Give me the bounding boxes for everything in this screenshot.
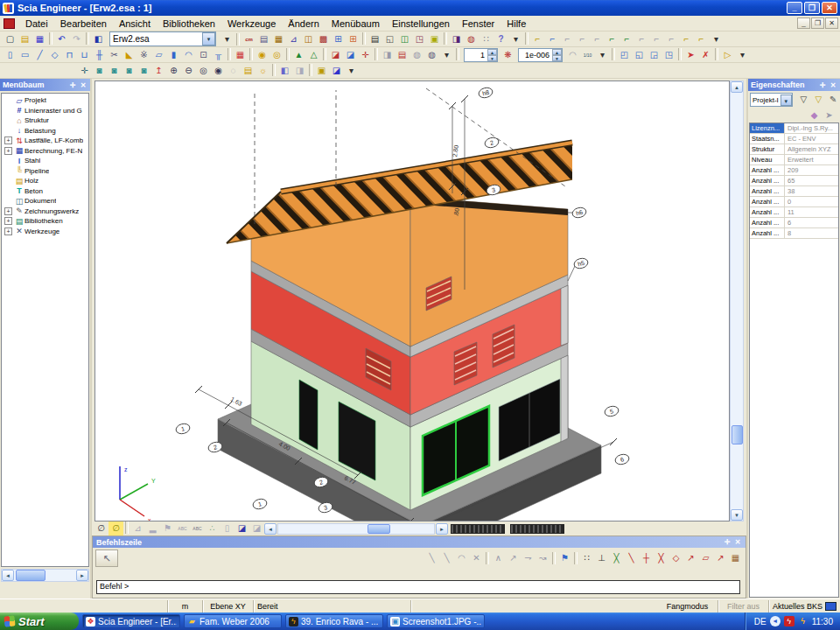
scatter-icon[interactable]: ∴ — [205, 522, 220, 536]
tree-item-dokument[interactable]: ◫Dokument — [4, 196, 88, 206]
view-save-icon[interactable]: ◨ — [292, 64, 307, 78]
animation-progress-bar-1[interactable] — [451, 524, 505, 534]
gallery-icon[interactable]: ◫ — [397, 32, 412, 46]
property-row[interactable]: Anzahl ...6 — [750, 218, 838, 228]
raise-icon[interactable]: ↥ — [151, 64, 166, 78]
deselect-icon[interactable]: ✗ — [698, 48, 713, 62]
property-value[interactable]: 0 — [785, 197, 838, 206]
doc-edit2-icon[interactable]: ◪ — [249, 522, 264, 536]
new-icon[interactable]: ▢ — [3, 32, 18, 46]
select-cursor-icon[interactable]: ↖ — [95, 550, 118, 567]
expand-icon[interactable]: + — [4, 207, 12, 215]
section-f4-icon[interactable]: ⌐ — [575, 32, 590, 46]
hinge-icon[interactable]: ◉ — [255, 48, 270, 62]
truss-icon[interactable]: ◇ — [47, 48, 62, 62]
draw-delete-icon[interactable]: ✕ — [469, 551, 484, 565]
view-manager-icon[interactable]: ◧ — [277, 64, 292, 78]
column-icon[interactable]: ▯ — [3, 48, 18, 62]
section-f8-icon[interactable]: ⌐ — [634, 32, 649, 46]
project-panel-icon[interactable]: ◧ — [91, 32, 106, 46]
copy-view3-icon[interactable]: ◲ — [647, 48, 662, 62]
copy-view1-icon[interactable]: ◰ — [617, 48, 632, 62]
property-row[interactable]: Anzahl ...8 — [750, 228, 838, 239]
ratio-caret-icon[interactable]: ▾ — [595, 48, 610, 62]
close-icon[interactable]: ✕ — [733, 538, 742, 546]
clip-box-icon[interactable]: ▣ — [314, 64, 329, 78]
menu-bibliotheken[interactable]: Bibliotheken — [157, 18, 221, 30]
property-row[interactable]: Lizenzn...Dipl.-Ing S.Ry... — [750, 123, 838, 134]
property-row[interactable]: Anzahl ...38 — [750, 186, 838, 197]
zoom-all-icon[interactable]: ◉ — [211, 64, 226, 78]
property-row[interactable]: Staatsn...EC - ENV — [750, 134, 838, 144]
tree-item-struktur[interactable]: ⌂Struktur — [4, 116, 88, 126]
scrollbar-thumb[interactable] — [368, 524, 390, 534]
mdi-close-icon[interactable]: ✕ — [825, 18, 838, 29]
section-f9-icon[interactable]: ⌐ — [649, 32, 664, 46]
properties-header[interactable]: Eigenschaften ✛ ✕ — [748, 79, 840, 91]
properties-combobox[interactable]: Projekt-I ▾ — [750, 93, 793, 107]
minimize-icon[interactable]: _ — [787, 2, 802, 14]
mesh-icon[interactable]: ▩ — [316, 32, 331, 46]
snap-ortho-icon[interactable]: ◇ — [668, 551, 683, 565]
open-icon[interactable]: ▤ — [18, 32, 32, 46]
property-value[interactable]: 11 — [785, 207, 838, 217]
view-axo-icon[interactable]: ◙ — [136, 64, 151, 78]
draw-arc-icon[interactable]: ◠ — [454, 551, 469, 565]
snap-table-icon[interactable]: ▦ — [728, 551, 743, 565]
property-row[interactable]: Anzahl ...65 — [750, 176, 838, 186]
property-value[interactable]: EC - ENV — [785, 134, 838, 144]
tree-horizontal-scrollbar[interactable]: ◄ ► — [1, 569, 89, 582]
support2-icon[interactable]: △ — [306, 48, 321, 62]
import-icon[interactable]: ▤ — [395, 48, 410, 62]
export-icon[interactable]: ◳ — [412, 32, 427, 46]
layers-icon[interactable]: ▤ — [256, 32, 271, 46]
mdi-restore-icon[interactable]: ❐ — [811, 18, 824, 29]
rafter-icon[interactable]: ╱ — [32, 48, 47, 62]
expand-icon[interactable]: + — [4, 228, 12, 235]
status-unit[interactable]: m — [168, 600, 203, 612]
chevron-down-icon[interactable]: ▾ — [202, 32, 215, 46]
scroll-left-icon[interactable]: ◄ — [264, 523, 276, 535]
model-viewport[interactable]: 2.80 .80 1.63 4.00 6.77 1 2 — [94, 80, 730, 522]
viewport-vertical-scrollbar[interactable]: ▲ ▼ — [730, 80, 744, 522]
clock[interactable]: 11:30 — [812, 617, 833, 626]
columns-icon[interactable]: ▯ — [220, 522, 234, 536]
scroll-up-icon[interactable]: ▲ — [731, 81, 743, 93]
table-input-icon[interactable]: ⊞ — [346, 32, 360, 46]
tree-item-werkzeuge[interactable]: +✕Werkzeuge — [4, 227, 88, 237]
language-indicator[interactable]: DE — [754, 617, 766, 626]
expand-icon[interactable]: + — [4, 147, 12, 155]
menu-bearbeiten[interactable]: Bearbeiten — [54, 18, 113, 30]
support-icon[interactable]: ▲ — [291, 48, 306, 62]
property-value[interactable]: Dipl.-Ing S.Ry... — [785, 123, 838, 133]
zoom-out-icon[interactable]: ⊖ — [181, 64, 196, 78]
tray-chevron-icon[interactable]: ◄ — [770, 616, 780, 626]
taskbar-task-folder[interactable]: ▰ Fam. Weber 2006 — [184, 614, 282, 628]
copy-view2-icon[interactable]: ◱ — [632, 48, 647, 62]
document-icon[interactable] — [4, 18, 15, 29]
scrollbar-thumb[interactable] — [16, 570, 46, 581]
save-icon[interactable]: ▦ — [32, 32, 47, 46]
start-button[interactable]: Start — [0, 612, 79, 630]
title-bar[interactable]: Scia Engineer - [Erw2.esa : 1] _ ❐ ✕ — [0, 0, 840, 16]
wall-icon[interactable]: ▮ — [166, 48, 181, 62]
project-combobox[interactable]: Erw2.esa ▾ — [109, 32, 216, 46]
zoom-window-icon[interactable]: ◎ — [196, 64, 211, 78]
spin-up-icon[interactable]: ▲ — [552, 49, 562, 55]
beam-icon[interactable]: ▭ — [18, 48, 32, 62]
portal-icon[interactable]: ⊔ — [77, 48, 92, 62]
snap-cross-icon[interactable]: ╳ — [609, 551, 624, 565]
section-f5-icon[interactable]: ⌐ — [590, 32, 605, 46]
draw-point-icon[interactable]: ╲ — [439, 551, 454, 565]
status-snap-mode[interactable]: Fangmodus — [657, 600, 718, 612]
dropdown-caret-icon[interactable]: ▾ — [508, 32, 523, 46]
scale-ratio-icon[interactable]: 1/10 — [580, 48, 595, 62]
command-input[interactable]: Befehl > — [96, 580, 740, 594]
coords-icon[interactable]: ⊿ — [286, 32, 301, 46]
property-value[interactable]: 6 — [785, 218, 838, 228]
light-icon[interactable]: ☼ — [256, 64, 270, 78]
snap-end-icon[interactable]: ╲ — [624, 551, 639, 565]
scroll-right-icon[interactable]: ► — [76, 570, 88, 581]
pin-icon[interactable]: ✛ — [723, 538, 732, 546]
scale-spinner[interactable]: 1 ▲▼ — [464, 48, 498, 62]
